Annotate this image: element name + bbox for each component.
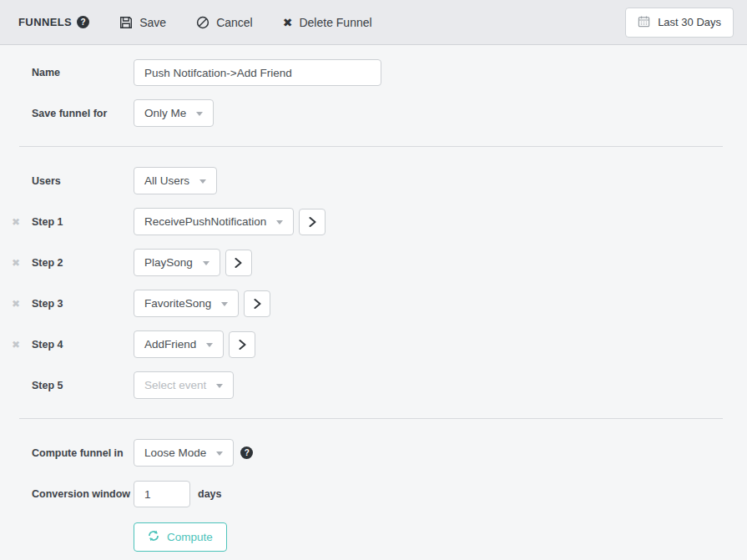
cancel-button-label: Cancel — [216, 16, 253, 29]
step-row: Step 5 Select event — [0, 371, 747, 399]
compute-mode-row: Compute funnel in Loose Mode ? — [0, 439, 747, 467]
name-label: Name — [32, 67, 134, 78]
remove-step-icon[interactable]: ✖ — [12, 340, 20, 350]
save-funnel-for-row: Save funnel for Only Me — [0, 99, 747, 127]
compute-button-label: Compute — [167, 531, 213, 543]
save-funnel-for-label: Save funnel for — [32, 108, 134, 119]
conversion-window-row: Conversion window days — [0, 481, 747, 507]
compute-mode-value: Loose Mode — [144, 446, 206, 459]
funnel-name-input[interactable] — [134, 59, 381, 86]
chevron-right-icon — [235, 258, 242, 268]
remove-step-icon[interactable]: ✖ — [12, 217, 20, 227]
date-range-label: Last 30 Days — [658, 16, 721, 28]
refresh-icon — [148, 530, 159, 544]
step-label: Step 3 — [32, 298, 134, 310]
step-row: ✖ Step 2 PlaySong — [0, 249, 747, 276]
compute-button[interactable]: Compute — [134, 522, 227, 552]
users-select[interactable]: All Users — [134, 167, 217, 194]
chevron-down-icon — [216, 384, 223, 388]
cancel-button[interactable]: Cancel — [196, 16, 253, 29]
chevron-right-icon — [239, 340, 246, 350]
users-row: Users All Users — [0, 167, 747, 194]
step-label: Step 2 — [32, 257, 134, 269]
conversion-window-input[interactable] — [134, 481, 190, 507]
compute-row: Compute — [0, 522, 747, 552]
chevron-down-icon — [196, 112, 203, 116]
delete-icon: ✖ — [283, 17, 293, 28]
step-4-properties-button[interactable] — [229, 331, 255, 358]
step-row: ✖ Step 1 ReceivePushNotification — [0, 208, 747, 235]
save-funnel-for-value: Only Me — [144, 107, 186, 119]
step-2-event-value: PlaySong — [144, 256, 193, 269]
chevron-down-icon — [216, 452, 223, 456]
chevron-down-icon — [203, 261, 209, 265]
delete-funnel-label: Delete Funnel — [299, 16, 371, 29]
step-3-properties-button[interactable] — [244, 290, 270, 317]
users-label: Users — [32, 175, 134, 187]
chevron-right-icon — [309, 217, 316, 227]
chevron-right-icon — [254, 299, 261, 309]
chevron-down-icon — [199, 179, 206, 184]
cancel-icon — [196, 16, 209, 29]
step-row: ✖ Step 4 AddFriend — [0, 330, 747, 358]
step-1-event-select[interactable]: ReceivePushNotification — [134, 208, 294, 235]
calendar-icon — [638, 15, 650, 30]
funnels-help-icon[interactable]: ? — [77, 16, 89, 28]
step-5-event-placeholder: Select event — [144, 379, 206, 391]
conversion-window-label: Conversion window — [32, 488, 134, 500]
chevron-down-icon — [221, 302, 228, 306]
chevron-down-icon — [276, 220, 283, 225]
step-2-properties-button[interactable] — [225, 250, 252, 276]
page-title: FUNNELS ? — [18, 16, 89, 28]
step-2-event-select[interactable]: PlaySong — [134, 249, 220, 276]
step-label: Step 4 — [32, 339, 134, 351]
delete-funnel-button[interactable]: ✖ Delete Funnel — [283, 16, 372, 29]
step-row: ✖ Step 3 FavoriteSong — [0, 290, 747, 317]
remove-step-icon[interactable]: ✖ — [12, 299, 20, 309]
users-value: All Users — [144, 174, 189, 187]
step-label: Step 1 — [32, 216, 134, 228]
page-title-text: FUNNELS — [18, 16, 72, 28]
date-range-button[interactable]: Last 30 Days — [625, 8, 734, 38]
step-3-event-value: FavoriteSong — [144, 297, 211, 310]
funnel-editor-form: Name Save funnel for Only Me Users All U… — [0, 45, 747, 552]
divider — [19, 418, 723, 419]
compute-mode-label: Compute funnel in — [32, 447, 134, 459]
step-4-event-select[interactable]: AddFriend — [134, 330, 224, 358]
save-funnel-for-select[interactable]: Only Me — [134, 99, 214, 127]
chevron-down-icon — [206, 343, 213, 347]
save-icon — [119, 16, 133, 29]
step-3-event-select[interactable]: FavoriteSong — [134, 290, 239, 317]
remove-step-icon[interactable]: ✖ — [12, 258, 20, 268]
save-button[interactable]: Save — [119, 16, 166, 29]
name-row: Name — [0, 59, 747, 86]
step-label: Step 5 — [32, 380, 134, 391]
conversion-window-unit: days — [198, 488, 222, 500]
compute-mode-select[interactable]: Loose Mode — [134, 439, 234, 467]
step-1-properties-button[interactable] — [299, 209, 326, 235]
topbar: FUNNELS ? Save Cancel ✖ Delete Funnel — [0, 0, 747, 45]
compute-mode-help-icon[interactable]: ? — [240, 446, 253, 459]
step-1-event-value: ReceivePushNotification — [144, 215, 266, 228]
step-4-event-value: AddFriend — [144, 338, 196, 351]
divider — [19, 146, 723, 147]
save-button-label: Save — [139, 16, 166, 29]
step-5-event-select[interactable]: Select event — [134, 371, 234, 399]
